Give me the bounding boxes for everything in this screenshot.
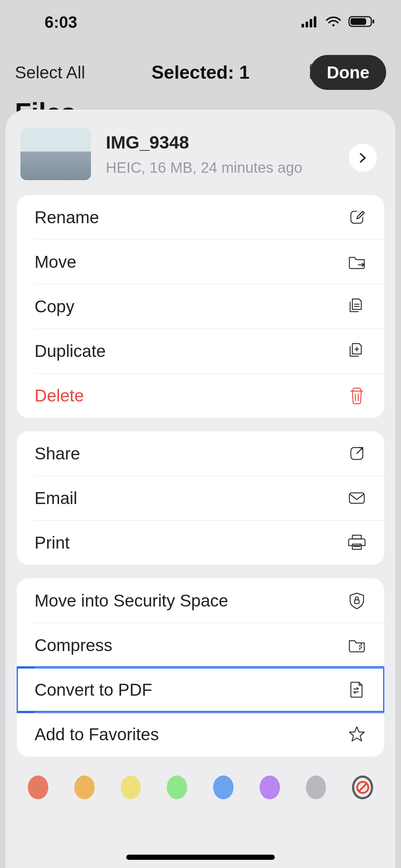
home-indicator [126, 855, 275, 860]
file-thumbnail [20, 128, 91, 180]
menu-item-label: Copy [35, 296, 74, 316]
svg-rect-0 [301, 24, 304, 27]
menu-item-duplicate[interactable]: Duplicate [17, 329, 384, 373]
tag-color-clear[interactable] [352, 776, 373, 799]
file-meta: IMG_9348 HEIC, 16 MB, 24 minutes ago [106, 132, 381, 176]
printer-icon [347, 533, 366, 552]
pencil-square-icon [347, 208, 366, 227]
status-bar: 6:03 [0, 0, 401, 45]
menu-item-print[interactable]: Print [17, 520, 384, 565]
tag-color-4[interactable] [213, 776, 234, 799]
menu-item-move-into-security-space[interactable]: Move into Security Space [17, 578, 384, 623]
trash-icon [347, 386, 366, 405]
menu-item-label: Delete [35, 386, 84, 406]
menu-item-label: Move [35, 252, 76, 272]
menu-item-label: Email [35, 488, 77, 508]
file-name: IMG_9348 [106, 132, 381, 153]
menu-item-rename[interactable]: Rename [17, 195, 384, 240]
select-all-button[interactable]: Select All [15, 62, 85, 82]
cellular-icon [301, 16, 319, 29]
svg-rect-2 [310, 19, 312, 27]
menu-group: ShareEmailPrint [17, 431, 384, 565]
tag-color-6[interactable] [306, 776, 326, 799]
tag-color-5[interactable] [260, 776, 280, 799]
folder-arrow-icon [347, 252, 366, 272]
doc-convert-icon [347, 680, 366, 699]
menu-item-email[interactable]: Email [17, 476, 384, 520]
menu-item-label: Share [35, 443, 80, 464]
selected-count: Selected: 1 [151, 62, 250, 83]
menu-item-label: Add to Favorites [35, 724, 159, 744]
selection-header: Select All Selected: 1 Done [0, 52, 401, 93]
menu-item-label: Convert to PDF [35, 680, 152, 700]
menu-item-label: Compress [35, 635, 113, 655]
menu-item-delete[interactable]: Delete [17, 373, 384, 418]
archive-icon [347, 635, 366, 655]
star-icon [347, 725, 366, 744]
tag-color-row [6, 776, 395, 799]
doc-on-doc-icon [347, 297, 366, 316]
menu-group: RenameMoveCopyDuplicateDelete [17, 195, 384, 418]
wifi-icon [325, 16, 342, 29]
menu-item-move[interactable]: Move [17, 240, 384, 284]
menu-item-compress[interactable]: Compress [17, 623, 384, 667]
svg-rect-7 [372, 20, 374, 23]
menu-item-share[interactable]: Share [17, 431, 384, 476]
action-sheet: IMG_9348 HEIC, 16 MB, 24 minutes ago Ren… [6, 110, 395, 868]
svg-point-4 [332, 24, 335, 26]
file-header[interactable]: IMG_9348 HEIC, 16 MB, 24 minutes ago [6, 121, 395, 195]
status-time: 6:03 [45, 13, 77, 32]
battery-icon [348, 15, 375, 29]
menu-item-label: Print [35, 533, 70, 553]
menu-item-label: Rename [35, 207, 99, 227]
tag-color-2[interactable] [121, 776, 141, 799]
svg-line-13 [359, 784, 366, 791]
svg-rect-1 [306, 22, 308, 27]
status-icons [301, 15, 375, 29]
menu-item-convert-to-pdf[interactable]: Convert to PDF [17, 667, 384, 712]
svg-rect-3 [314, 16, 316, 27]
menu-item-label: Move into Security Space [35, 591, 228, 611]
tag-color-1[interactable] [74, 776, 95, 799]
menu-group: Move into Security SpaceCompressConvert … [17, 578, 384, 757]
disclosure-button[interactable] [349, 144, 377, 172]
tag-color-3[interactable] [167, 776, 187, 799]
tag-color-0[interactable] [28, 776, 48, 799]
share-arrow-icon [347, 444, 366, 463]
menu-item-label: Duplicate [35, 341, 106, 361]
menu-item-copy[interactable]: Copy [17, 284, 384, 329]
envelope-icon [347, 488, 366, 508]
menu-item-add-to-favorites[interactable]: Add to Favorites [17, 712, 384, 757]
svg-rect-6 [351, 18, 366, 25]
file-subtitle: HEIC, 16 MB, 24 minutes ago [106, 159, 381, 176]
shield-lock-icon [347, 591, 366, 610]
done-button[interactable]: Done [310, 55, 386, 90]
doc-plus-icon [347, 341, 366, 361]
